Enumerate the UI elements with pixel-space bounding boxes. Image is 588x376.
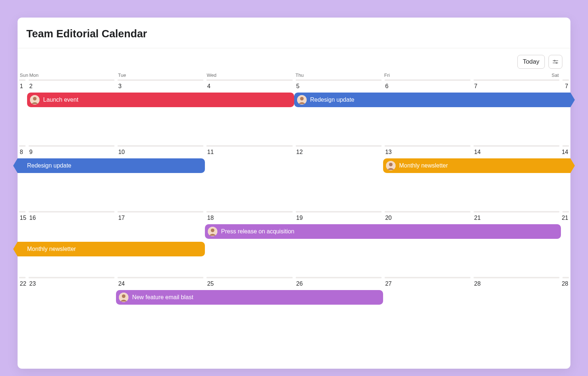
day-number: 28 [562,281,568,287]
day-number: 16 [29,215,36,221]
day-cell[interactable]: 19 [294,211,383,277]
calendar-toolbar: Today [18,48,570,72]
day-cell[interactable]: 26 [294,277,383,343]
cell-divider [206,79,292,81]
cell-divider [117,277,203,278]
day-number: 22 [20,281,26,287]
cell-divider [296,145,382,147]
day-cell[interactable]: 18 [205,211,294,277]
cell-divider [385,277,471,278]
day-cell[interactable]: 22 [18,277,27,343]
event-label: Redesign update [310,97,355,103]
day-cell[interactable]: 14 [472,145,561,211]
svg-point-5 [33,97,37,101]
weekday-thu: Thu [294,72,383,78]
day-cell[interactable]: 28 [561,277,570,343]
weeks-container: 12345677Launch eventRedesign update89101… [18,79,570,343]
cell-divider [562,79,569,81]
weekday-mon: Mon [28,72,117,78]
event-monthly-newsletter-wk2[interactable]: Monthly newsletter [383,158,570,173]
event-monthly-newsletter-wk3[interactable]: Monthly newsletter [18,242,205,256]
cell-divider [206,145,292,147]
cell-divider [206,277,292,278]
card-header: Team Editorial Calendar [18,18,570,48]
event-press-release[interactable]: Press release on acquisition [205,224,561,239]
page-title: Team Editorial Calendar [26,28,562,40]
calendar-week: 2223242526272828New feature email blast [18,277,570,343]
day-number: 4 [207,83,210,90]
avatar [297,95,307,105]
day-cell[interactable]: 2 [27,79,116,145]
day-number: 24 [118,281,125,287]
week-cells: 12345677 [18,79,570,145]
cell-divider [29,145,115,147]
avatar [30,95,40,105]
day-number: 28 [474,281,481,287]
day-cell[interactable]: 6 [383,79,472,145]
weekday-tue: Tue [117,72,206,78]
day-cell[interactable]: 13 [383,145,472,211]
day-number: 26 [296,281,303,287]
day-cell[interactable]: 10 [116,145,205,211]
event-launch-event[interactable]: Launch event [27,93,294,107]
cell-divider [29,211,115,213]
day-number: 9 [29,149,33,155]
sliders-icon [552,59,559,65]
avatar [208,227,217,236]
day-cell[interactable]: 4 [205,79,294,145]
day-number: 8 [20,149,23,155]
day-cell[interactable]: 7 [561,79,570,145]
today-button[interactable]: Today [517,55,545,69]
day-cell[interactable]: 21 [472,211,561,277]
day-cell[interactable]: 25 [205,277,294,343]
svg-point-13 [122,294,126,298]
day-number: 2 [29,83,33,90]
day-number: 17 [118,215,125,221]
day-cell[interactable]: 8 [18,145,27,211]
cell-divider [473,277,559,278]
day-cell[interactable]: 1 [18,79,27,145]
weekday-sun: Sun [18,72,28,78]
day-number: 1 [20,83,23,90]
day-number: 11 [207,149,214,155]
day-cell[interactable]: 28 [472,277,561,343]
event-label: Monthly newsletter [27,246,76,252]
calendar: Sun Mon Tue Wed Thu Fri Sat 12345677Laun… [18,72,570,369]
week-cells: 89101112131414 [18,145,570,211]
event-redesign-update-wk1[interactable]: Redesign update [294,93,571,107]
event-label: Redesign update [27,162,71,169]
cell-divider [385,79,471,81]
weekday-fri: Fri [383,72,472,78]
day-cell[interactable]: 3 [116,79,205,145]
cell-divider [473,211,559,213]
day-cell[interactable]: 9 [27,145,116,211]
day-cell[interactable]: 24 [116,277,205,343]
filter-button[interactable] [548,55,562,69]
day-number: 13 [385,149,392,155]
day-cell[interactable]: 14 [561,145,570,211]
day-cell[interactable]: 23 [27,277,116,343]
cell-divider [296,277,382,278]
day-cell[interactable]: 20 [383,211,472,277]
svg-point-11 [211,229,214,232]
day-cell[interactable]: 21 [561,211,570,277]
day-number: 14 [474,149,481,155]
day-number: 18 [207,215,214,221]
day-cell[interactable]: 27 [383,277,472,343]
week-cells: 2223242526272828 [18,277,570,343]
cell-divider [473,79,559,81]
day-cell[interactable]: 5 [294,79,383,145]
cell-divider [473,145,559,147]
event-new-feature-blast[interactable]: New feature email blast [116,290,383,305]
weekday-row: Sun Mon Tue Wed Thu Fri Sat [18,72,570,79]
day-number: 10 [118,149,125,155]
day-cell[interactable]: 7 [472,79,561,145]
cell-divider [19,211,26,213]
day-number: 25 [207,281,214,287]
day-cell[interactable]: 12 [294,145,383,211]
day-cell[interactable]: 11 [205,145,294,211]
event-redesign-update-wk2[interactable]: Redesign update [18,158,205,173]
cell-divider [117,79,203,81]
cell-divider [562,277,569,278]
weekday-wed: Wed [205,72,294,78]
